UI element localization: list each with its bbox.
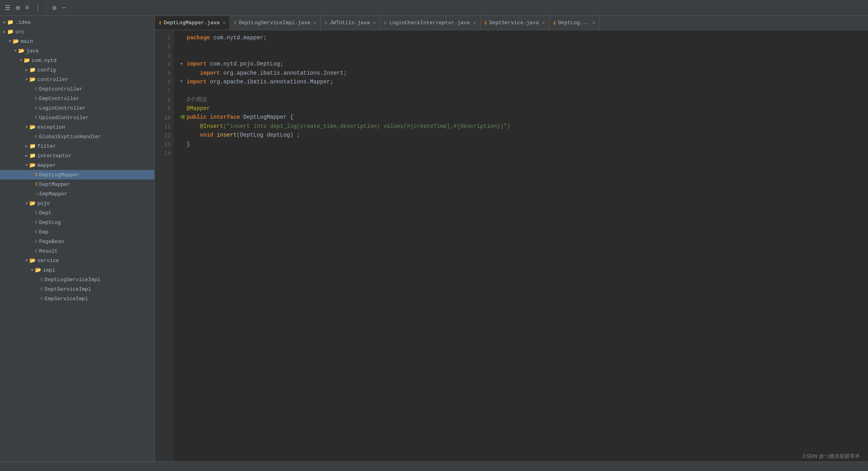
sidebar-item-emp[interactable]: ▶ C Emp <box>0 227 154 237</box>
token-import-2: import <box>200 69 220 77</box>
fold-4[interactable]: ▼ <box>180 61 187 68</box>
token-import-3-val: org.apache.ibatis.annotations.Mapper; <box>206 77 333 86</box>
sidebar-item-logincontroller[interactable]: ▶ C LoginController <box>0 103 154 113</box>
code-content[interactable]: package com.nytd.mapper; ▼ import com.ny… <box>174 30 868 461</box>
arrow-src: ▶ <box>2 29 7 34</box>
tab-close-logincheckinterceptor[interactable]: ✕ <box>473 20 476 26</box>
fold-6[interactable]: ▼ <box>180 79 187 85</box>
fold-5 <box>180 70 187 76</box>
token-void: void <box>200 131 214 139</box>
tab-close-deptlogserviceimpl[interactable]: ✕ <box>313 20 316 26</box>
tab-icon-deptlogserviceimpl: C <box>234 21 237 25</box>
token-ann-insert: @Insert <box>200 122 224 131</box>
sidebar-label-pagebean: PageBean <box>39 239 64 245</box>
arrow-config: ▶ <box>24 68 29 72</box>
code-line-8: 3个用法 <box>180 95 865 104</box>
tab-close-deptservice[interactable]: ✕ <box>542 20 545 26</box>
settings-icon[interactable]: ⚙ <box>51 2 58 14</box>
sidebar-label-logincontroller: LoginController <box>39 105 86 111</box>
token-interface: interface <box>210 113 240 122</box>
sidebar-item-pojo[interactable]: ▼ 📂 pojo <box>0 199 154 208</box>
fold-10[interactable]: 🌿 <box>180 114 187 121</box>
sidebar: ▶ 📁 .idea ▶ 📁 src ▼ 📂 main ▼ <box>0 16 155 461</box>
sidebar-item-deptcontroller[interactable]: ▶ C Deptcontroller <box>0 84 154 94</box>
fold-8 <box>180 97 187 103</box>
sidebar-item-deptlog[interactable]: ▶ C DeptLog <box>0 218 154 227</box>
sidebar-item-globalexption[interactable]: ▶ C GlobalExptionHandler <box>0 132 154 141</box>
token-indent-12 <box>187 131 200 139</box>
sidebar-label-controller: controller <box>37 77 68 83</box>
sidebar-label-service: service <box>37 258 59 264</box>
sidebar-item-exception[interactable]: ▼ 📂 exception <box>0 122 154 132</box>
sidebar-item-filter[interactable]: ▶ 📁 filter <box>0 141 154 151</box>
tab-deptlogserviceimpl[interactable]: C DeptLogServiceImpl.java ✕ <box>230 16 320 30</box>
tab-jwtutils[interactable]: C JWTUtils.java ✕ <box>321 16 380 30</box>
folder-config-icon: 📁 <box>29 67 36 73</box>
sidebar-item-result[interactable]: ▶ C Result <box>0 246 154 256</box>
java-globalexption-icon: C <box>35 134 38 139</box>
code-editor: 1 2 3 4 5 6 7 8 9 10 11 12 13 14 package <box>155 30 868 461</box>
sidebar-item-deptlogserviceimpl[interactable]: ▶ C DeptLogServiceImpl <box>0 275 154 284</box>
editor-area: I DeptLogMapper.java ✕ C DeptLogServiceI… <box>155 16 868 461</box>
sidebar-item-idea[interactable]: ▶ 📁 .idea <box>0 17 154 27</box>
tab-deptlogmapper[interactable]: I DeptLogMapper.java ✕ <box>155 16 230 30</box>
sidebar-item-src[interactable]: ▶ 📁 src <box>0 27 154 37</box>
tab-close-jwtutils[interactable]: ✕ <box>373 20 376 26</box>
sidebar-item-controller[interactable]: ▼ 📂 controller <box>0 75 154 84</box>
sidebar-item-com-nytd[interactable]: ▼ 📂 com.nytd <box>0 56 154 65</box>
java-deptserviceimpl-icon: C <box>41 287 43 291</box>
token-space-12 <box>213 131 216 139</box>
token-import-2-val: org.apache.ibatis.annotations.Insert; <box>220 69 347 77</box>
token-indent-5 <box>187 69 200 77</box>
sidebar-item-empmapper[interactable]: ▶ ⟶ EmpMapper <box>0 189 154 199</box>
sidebar-item-java[interactable]: ▼ 📂 java <box>0 46 154 56</box>
filter-icon[interactable]: ⋮ <box>33 2 42 14</box>
tab-label-deptservice: DeptService.java <box>489 20 539 26</box>
code-hint: 3个用法 <box>187 95 206 104</box>
sidebar-label-deptserviceimpl: DeptServiceImpl <box>45 286 91 292</box>
code-line-10: 🌿 public interface DeptLogMapper { <box>180 113 865 122</box>
sidebar-item-pagebean[interactable]: ▶ C PageBean <box>0 237 154 246</box>
arrow-interceptor: ▶ <box>24 153 29 158</box>
tab-label-jwtutils: JWTUtils.java <box>330 20 370 26</box>
token-import-3: import <box>187 77 206 86</box>
sidebar-item-empcontroller[interactable]: ▶ C EmpController <box>0 94 154 103</box>
java-dept-icon: C <box>35 210 38 215</box>
code-line-13: } <box>180 140 865 149</box>
tab-close-deptlogmapper[interactable]: ✕ <box>223 20 226 26</box>
sidebar-label-uploadcontroller: UploadController <box>39 115 89 121</box>
align-icon[interactable]: ≡ <box>24 3 31 13</box>
sidebar-label-deptcontroller: Deptcontroller <box>39 86 83 92</box>
sidebar-item-deptserviceimpl[interactable]: ▶ C DeptServiceImpl <box>0 284 154 294</box>
sidebar-label-exception: exception <box>37 124 65 130</box>
java-deptlogserviceimpl-icon: C <box>41 277 43 282</box>
sidebar-item-service[interactable]: ▼ 📂 service <box>0 256 154 265</box>
java-deptlog-icon: C <box>35 220 38 225</box>
sidebar-item-mapper[interactable]: ▼ 📂 mapper <box>0 160 154 170</box>
sidebar-item-config[interactable]: ▶ 📁 config <box>0 65 154 75</box>
code-line-5: import org.apache.ibatis.annotations.Ins… <box>180 69 865 77</box>
sidebar-item-uploadcontroller[interactable]: ▶ C UploadController <box>0 113 154 122</box>
tab-logincheckinterceptor[interactable]: C LoginCheckInterceptor.java ✕ <box>380 16 480 30</box>
folder-interceptor-icon: 📁 <box>29 152 36 159</box>
tab-label-deptlogserviceimpl: DeptLogServiceImpl.java <box>239 20 310 26</box>
tab-deptservice[interactable]: I DeptService.java ✕ <box>480 16 550 30</box>
sidebar-item-empserviceimpl[interactable]: ▶ C EmpServiceImpl <box>0 294 154 303</box>
arrow-exception: ▼ <box>24 125 29 129</box>
java-empserviceimpl-icon: C <box>41 296 43 301</box>
sidebar-item-main[interactable]: ▼ 📂 main <box>0 37 154 46</box>
tab-deptlog2[interactable]: I DeptLog... ✕ <box>549 16 600 30</box>
sidebar-item-dept[interactable]: ▶ C Dept <box>0 208 154 218</box>
sidebar-item-deptmapper[interactable]: ▶ I DeptMapper <box>0 180 154 189</box>
menu-icon[interactable]: ☰ <box>3 2 12 14</box>
minimize-icon[interactable]: — <box>60 3 68 13</box>
sidebar-item-interceptor[interactable]: ▶ 📁 interceptor <box>0 151 154 160</box>
token-public: public <box>187 113 206 122</box>
tab-label-deptlog2: DeptLog... <box>558 20 589 26</box>
sidebar-item-deptlogmapper[interactable]: ▶ I DeptLogMapper <box>0 170 154 180</box>
tab-close-deptlog2[interactable]: ✕ <box>592 20 595 26</box>
expand-icon[interactable]: ⊞ <box>14 2 21 14</box>
sidebar-label-globalexption: GlobalExptionHandler <box>39 134 101 140</box>
java-empcontroller-icon: C <box>35 96 38 101</box>
sidebar-item-impl[interactable]: ▼ 📂 impl <box>0 265 154 275</box>
